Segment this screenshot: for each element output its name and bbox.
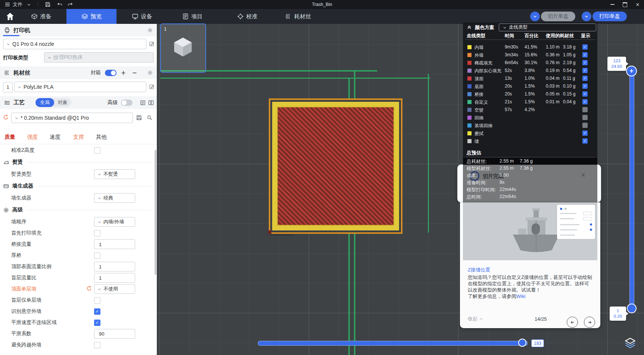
checkbox-避免跨越外墙[interactable] [94,342,100,348]
display-checkbox-底面[interactable]: ✓ [582,84,588,89]
slice-plate-button[interactable]: 切片单盘 [541,12,575,21]
notification-close-icon[interactable]: ✕ [579,172,587,179]
checkbox-首层仅单层墙[interactable] [94,297,100,304]
layers-view-icon[interactable] [623,336,637,349]
tab-耗材丝[interactable]: 耗材丝 [276,9,320,24]
settings-list-icon[interactable] [140,100,146,106]
display-checkbox-内墙[interactable]: ✓ [582,44,588,50]
tab-准备[interactable]: 准备 [22,9,60,24]
total-row-模型耗材丝: 模型耗材丝:2.55 m7.36 g [463,165,597,172]
checkbox-平滑速度不连续区域[interactable]: ✓ [94,320,100,326]
remove-filament-icon[interactable] [131,70,138,76]
printer-preset-dropdown[interactable]: Q1 Pro 0.4 nozzle [3,39,146,49]
display-checkbox-桥接[interactable]: ✓ [582,91,588,97]
display-checkbox-稀疏填充[interactable]: ✓ [582,60,588,65]
display-checkbox-自定义[interactable]: ✓ [582,99,588,104]
tip-text-line: 以改善模型的整体外观。试试看！ [468,287,595,293]
tip-collapse-button[interactable]: 收起 [468,315,483,322]
plate-cube-icon [171,35,195,59]
checkbox-识别悬空外墙[interactable]: ✓ [94,308,100,315]
process-tab-其他[interactable]: 其他 [96,133,107,141]
display-checkbox-顶面[interactable]: ✓ [582,76,588,81]
process-tab-强度[interactable]: 强度 [27,133,38,141]
collapse-panel-icon[interactable] [467,25,472,30]
checkbox-首先打印填充[interactable] [94,230,100,236]
display-checkbox-装填回抽[interactable] [582,123,588,128]
scope-object-button[interactable]: 对象 [54,98,71,107]
tip-title-link[interactable]: Z接缝位置 [468,267,490,273]
display-checkbox-外墙[interactable]: ✓ [582,52,588,57]
redo-icon[interactable] [67,1,73,7]
line-type-swatch [467,76,472,81]
settings-scrollbar[interactable] [155,150,156,275]
print-dropdown-chevron-icon[interactable] [582,12,591,21]
box-toggle[interactable] [105,70,116,76]
input-桥接流量[interactable]: 1 [94,239,135,249]
wiki-link[interactable]: Wiki [516,293,526,299]
line-type-percent: 4.2% [525,107,535,112]
move-slider-handle[interactable] [518,339,526,347]
add-filament-icon[interactable] [120,70,127,76]
home-button[interactable] [5,12,16,21]
layer-slider-track[interactable] [629,69,634,311]
chevron-down-icon[interactable] [27,3,31,7]
tab-设备[interactable]: 设备 [123,9,161,24]
totals-title: 总预估 [467,150,481,156]
file-menu[interactable]: 文件 [0,1,22,8]
minimize-button[interactable] [606,0,619,9]
display-checkbox-空驶[interactable] [582,107,588,112]
scheme-dropdown[interactable]: 走线类型 [499,23,596,31]
compare-presets-icon[interactable] [148,100,154,106]
close-button[interactable]: ✕ [631,0,644,9]
display-checkbox-内部实心填充[interactable]: ✓ [582,68,588,73]
print-plate-button[interactable]: 打印单盘 [592,12,627,21]
display-checkbox-缝[interactable]: ✓ [582,138,588,144]
slice-dropdown-chevron-icon[interactable] [530,12,540,21]
checkbox-厚桥[interactable] [94,252,100,259]
display-checkbox-回抽[interactable] [582,115,588,120]
save-icon[interactable] [45,1,51,7]
process-preset-dropdown[interactable]: * 0.20mm Standard @Q1 Pro [11,113,133,123]
input-平滑系数[interactable]: 90 [94,329,135,339]
tip-next-button[interactable] [584,317,595,328]
save-preset-icon[interactable] [136,114,142,121]
tab-label: 预览 [91,13,102,20]
display-checkbox-擦拭[interactable]: ✓ [582,131,588,136]
dropdown-熨烫类型[interactable]: 不熨烫 [94,169,135,179]
tab-预览[interactable]: 预览 [66,9,116,24]
tab-校准[interactable]: 校准 [228,9,266,24]
scope-global-button[interactable]: 全局 [35,98,54,107]
layer-slider-top-handle[interactable]: + [626,66,637,76]
sliced-model-top-view[interactable] [269,98,402,234]
line-type-name: 底面 [475,84,483,90]
printer-gear-icon[interactable] [147,27,153,33]
plate-type-dropdown[interactable]: 纹理PEI热床 [44,52,154,63]
process-tab-支撑[interactable]: 支撑 [73,133,84,141]
tip-settings-panel [557,205,595,239]
search-icon[interactable] [146,114,153,121]
filament-gear-icon[interactable] [147,70,153,76]
dropdown-顶面单层墙[interactable]: 不使用 [94,284,135,294]
input-顶部表面流量比例[interactable]: 1 [94,262,135,271]
tip-prev-button[interactable] [567,317,578,328]
dropdown-墙生成器[interactable]: 经典 [94,193,135,203]
printer-edit-icon[interactable] [149,41,155,47]
advanced-toggle[interactable] [121,100,133,106]
checkbox-精准Z高度[interactable] [94,147,100,154]
input-首层流量比[interactable]: 1 [94,273,135,283]
process-reset-icon[interactable] [3,114,9,120]
filament-preset-dropdown[interactable]: PolyLite PLA [14,82,146,92]
process-tab-速度[interactable]: 速度 [50,133,60,141]
window-controls: ✕ [606,0,644,9]
process-tab-质量[interactable]: 质量 [4,133,15,141]
plate-thumbnail[interactable]: 1 [160,23,206,73]
reset-setting-icon[interactable] [86,285,92,293]
move-slider-track[interactable] [258,341,528,346]
collapse-label: 收起 [468,315,477,322]
advanced-toggle-label: 高级 [108,99,118,106]
maximize-button[interactable] [619,0,631,9]
filament-edit-icon[interactable] [149,84,155,90]
tab-项目[interactable]: 项目 [174,9,211,24]
undo-icon[interactable] [57,1,63,7]
dropdown-墙顺序[interactable]: 内墙/外墙 [94,217,135,227]
